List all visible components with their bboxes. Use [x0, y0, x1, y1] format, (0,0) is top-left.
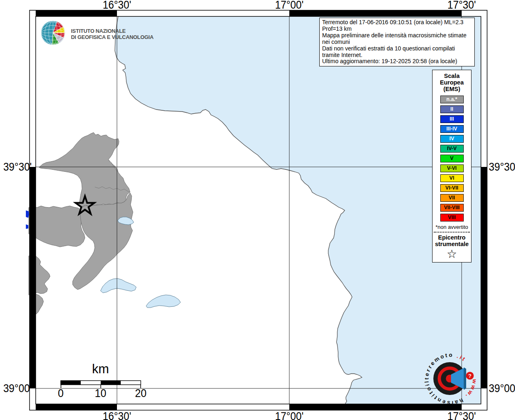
lake — [101, 278, 136, 293]
ingv-name-line1: ISTITUTO NAZIONALE — [71, 28, 153, 34]
legend-item: VIII — [440, 214, 464, 221]
event-info-line: Mappa preliminare delle intensità macros… — [322, 32, 472, 46]
legend-item: VII-VIII — [440, 204, 464, 212]
axis-label-left-2: 39°00' — [3, 382, 27, 395]
legend-divider — [434, 232, 470, 233]
event-info-line: Dati non verificati estratti da 10 quest… — [322, 46, 472, 59]
ingv-globe-icon — [40, 19, 67, 47]
axis-label-right-2: 39°00' — [489, 382, 515, 395]
axis-label-top-2: 17°00' — [275, 0, 303, 11]
watermark-tld: .it — [456, 353, 467, 363]
axis-label-left-1: 39°30' — [3, 161, 27, 173]
ingv-logo-block: ISTITUTO NAZIONALE DI GEOFISICA E VULCAN… — [40, 19, 158, 47]
axis-label-right-1: 39°30' — [489, 161, 515, 173]
axis-label-bottom-2: 17°00' — [275, 410, 303, 420]
legend-item: VI-VII — [440, 184, 464, 192]
scale-bar-tick-0: 0 — [58, 387, 64, 400]
legend-items: n.a.* II III III-IV IV IV-V V V-VI VI VI… — [433, 96, 471, 221]
lake — [146, 295, 181, 308]
axis-label-top-1: 16°30' — [103, 0, 131, 11]
legend-title-line: Europea — [433, 79, 471, 86]
event-info-box: Terremoto del 17-06-2016 09:10:51 (ora l… — [319, 18, 475, 66]
legend-item: n.a.* — [440, 96, 464, 103]
axis-label-bottom-1: 16°30' — [103, 410, 131, 420]
legend-item: IV — [440, 135, 464, 143]
legend-item: II — [440, 105, 464, 113]
event-info-line: Ultimo aggiornamento: 19-12-2025 20:58 (… — [322, 58, 472, 65]
legend-epicenter-label-line1: Epicentro — [433, 234, 471, 241]
legend-item: IV-V — [440, 145, 464, 153]
haisentitoilterremoto-logo: ? www. haisentitoilterremoto .it — [421, 345, 482, 414]
scale-bar-tick-10: 10 — [95, 387, 106, 400]
intensity-legend: Scala Europea (EMS) n.a.* II III III-IV … — [432, 70, 472, 262]
macroseismic-map-page: 16°30' 17°00' 17°30' 16°30' 17°00' 17°30… — [0, 0, 515, 420]
megaphone-cap — [464, 368, 466, 390]
scale-bar-tick-20: 20 — [135, 387, 146, 400]
event-info-line: Terremoto del 17-06-2016 09:10:51 (ora l… — [322, 19, 472, 32]
legend-title-line: (EMS) — [433, 86, 471, 92]
legend-item: VI — [440, 174, 464, 182]
legend-item: V — [440, 155, 464, 162]
scale-bar-unit: km — [92, 362, 109, 377]
question-mark-icon: ? — [468, 373, 472, 379]
legend-item: V-VI — [440, 164, 464, 172]
ingv-name-line2: DI GEOFISICA E VULCANOLOGIA — [71, 34, 153, 40]
legend-footnote: *non avvertito — [433, 224, 471, 230]
epicenter-star-icon: ☆ — [433, 248, 471, 260]
municipality-shape — [29, 206, 85, 247]
legend-item: III — [440, 115, 464, 123]
legend-title-line: Scala — [433, 73, 471, 79]
legend-item: VII — [440, 194, 464, 202]
legend-epicenter-label-line2: strumentale — [433, 241, 471, 247]
ingv-name: ISTITUTO NAZIONALE DI GEOFISICA E VULCAN… — [71, 28, 153, 40]
axis-label-top-3: 17°30' — [447, 0, 476, 11]
legend-item: III-IV — [440, 125, 464, 133]
